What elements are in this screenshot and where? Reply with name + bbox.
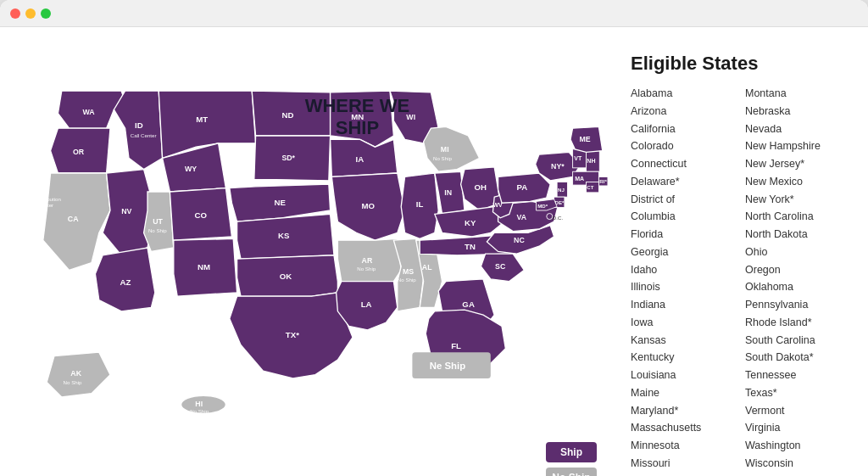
- state-label-hi: HI: [195, 400, 203, 408]
- state-label-ri: RI*: [599, 178, 607, 184]
- list-item: Indiana: [631, 296, 737, 314]
- minimize-button[interactable]: [25, 8, 36, 19]
- state-label-ms-sub: No Ship: [398, 277, 416, 283]
- close-button[interactable]: [10, 8, 20, 19]
- state-id: [114, 91, 162, 169]
- list-item: Arizona: [631, 103, 737, 120]
- list-item: South Dakota*: [745, 349, 851, 367]
- list-item: Rhode Island*: [745, 314, 851, 332]
- list-item: Wyoming: [745, 473, 851, 477]
- list-item: South Carolina: [745, 332, 851, 350]
- state-label-ga: GA: [462, 300, 475, 309]
- state-label-il: IL: [416, 199, 424, 209]
- list-item: Ohio: [745, 244, 851, 261]
- states-col-2: MontanaNebraskaNevadaNew HampshireNew Je…: [745, 85, 851, 476]
- list-item: California: [631, 120, 737, 138]
- state-label-wv: WV: [492, 202, 503, 208]
- state-label-ut: UT: [153, 217, 163, 226]
- state-label-ut-sub: No Ship: [148, 227, 167, 233]
- state-label-la: LA: [361, 300, 372, 309]
- list-item: North Dakota: [745, 226, 851, 244]
- state-label-nd: ND: [281, 110, 293, 120]
- list-item: New Jersey*: [745, 155, 851, 173]
- sidebar-title: Eligible States: [631, 53, 851, 75]
- list-item: Montana: [745, 85, 851, 103]
- state-label-nv: NV: [121, 207, 131, 216]
- list-item: District of: [631, 191, 737, 209]
- list-item: Oregon: [745, 261, 851, 279]
- state-label-ma: MA: [575, 176, 584, 182]
- state-label-sd: SD*: [281, 154, 295, 162]
- legend-ship-item: Ship: [546, 442, 597, 462]
- list-item: Alabama: [631, 85, 737, 103]
- sidebar: Eligible States AlabamaArizonaCalifornia…: [631, 44, 851, 476]
- list-item: Illinois: [631, 278, 737, 296]
- maximize-button[interactable]: [41, 8, 51, 19]
- state-label-wy: WY: [185, 165, 197, 173]
- list-item: Columbia: [631, 208, 737, 226]
- list-item: Minnesota: [631, 437, 737, 455]
- state-label-in: IN: [444, 188, 452, 197]
- state-label-mi: MI: [441, 145, 449, 154]
- state-label-al: AL: [422, 263, 432, 272]
- map-title: WHERE WE SHIP: [305, 95, 409, 140]
- state-mi: [424, 126, 480, 171]
- state-label-mo: MO: [362, 201, 376, 210]
- state-label-ky: KY: [465, 218, 476, 227]
- legend-noship-box: No Ship: [546, 468, 597, 476]
- list-item: New Mexico: [745, 173, 851, 191]
- list-item: Delaware*: [631, 173, 737, 191]
- list-item: Colorado: [631, 137, 737, 155]
- list-item: Vermont: [745, 402, 851, 420]
- state-dc: [547, 214, 553, 220]
- state-label-dc: D.C.: [553, 215, 564, 221]
- state-label-oh: OH: [474, 182, 487, 192]
- list-item: New York*: [745, 191, 851, 209]
- list-item: Georgia: [631, 244, 737, 261]
- list-item: Maine: [631, 384, 737, 402]
- state-label-co: CO: [194, 210, 207, 220]
- traffic-lights: [10, 8, 51, 19]
- state-label-ia: IA: [356, 154, 364, 164]
- list-item: North Carolina: [745, 208, 851, 226]
- state-label-ok: OK: [280, 272, 292, 281]
- list-item: Kansas: [631, 332, 737, 350]
- list-item: Massachusetts: [631, 419, 737, 437]
- list-item: Tennessee: [745, 367, 851, 384]
- main-content: WHERE WE SHIP WA OR ID Call Center: [0, 27, 868, 476]
- list-item: Maryland*: [631, 402, 737, 420]
- state-label-ar: AR: [362, 256, 373, 265]
- list-item: Nevada: [745, 120, 851, 138]
- list-item: New Hampshire: [745, 137, 851, 155]
- list-item: Louisiana: [631, 367, 737, 384]
- legend-noship-item: No Ship: [546, 468, 597, 476]
- legend-ship-box: Ship: [546, 442, 597, 462]
- list-item: Missouri: [631, 455, 737, 473]
- list-item: Iowa: [631, 314, 737, 332]
- state-label-ny: NY*: [551, 162, 565, 171]
- list-item: Connecticut: [631, 155, 737, 173]
- state-label-ne: NE: [275, 198, 287, 207]
- list-item: Pennsylvania: [745, 296, 851, 314]
- app-window: WHERE WE SHIP WA OR ID Call Center: [0, 0, 868, 476]
- states-grid: AlabamaArizonaCaliforniaColoradoConnecti…: [631, 85, 851, 476]
- list-item: Virginia: [745, 419, 851, 437]
- state-label-or: OR: [73, 148, 85, 156]
- state-label-ar-sub: No Ship: [357, 266, 376, 272]
- state-label-ak-sub: No Ship: [64, 379, 82, 385]
- state-label-nj: NJ: [558, 187, 565, 193]
- state-label-ca: CA: [68, 215, 79, 223]
- map-legend: Ship No Ship: [546, 442, 597, 476]
- state-label-mi-sub: No Ship: [433, 155, 452, 161]
- list-item: Idaho: [631, 261, 737, 279]
- state-label-fl: FL: [451, 341, 461, 350]
- state-label-wa: WA: [82, 108, 95, 116]
- state-label-az: AZ: [120, 277, 131, 287]
- state-label-hi-sub: No Ship: [190, 408, 209, 414]
- state-label-ks: KS: [278, 231, 290, 240]
- state-label-va: VA: [517, 213, 527, 221]
- list-item: Wisconsin: [745, 455, 851, 473]
- list-item: Florida: [631, 226, 737, 244]
- state-label-id-sub: Call Center: [131, 132, 157, 138]
- list-item: Washington: [745, 437, 851, 455]
